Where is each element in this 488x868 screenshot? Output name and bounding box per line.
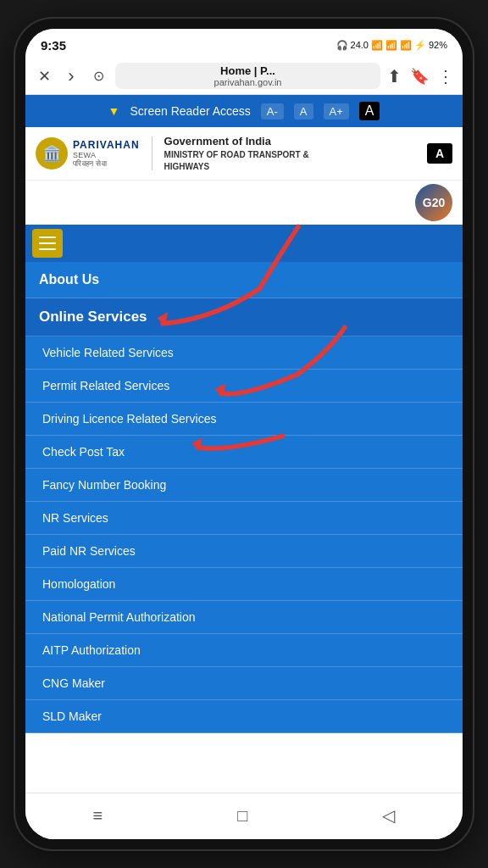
logo-sub2: परिवहन सेवा (73, 159, 140, 169)
menu-about-us[interactable]: About Us (25, 262, 463, 298)
logo-block: 🏛️ PARIVAHAN SEWA परिवहन सेवा (36, 137, 140, 170)
menu-item-fancy-number[interactable]: Fancy Number Booking (25, 469, 463, 502)
wifi-icon: 📶 (371, 40, 383, 51)
more-icon[interactable]: ⋮ (437, 66, 454, 86)
g20-badge: G20 (415, 184, 452, 221)
download-arrow-icon: ▼ (108, 104, 120, 118)
bottom-nav: ≡ □ ◁ (25, 793, 463, 839)
browser-url-box[interactable]: Home | P... parivahan.gov.in (115, 63, 380, 89)
signal-icon: 📶 (385, 40, 397, 51)
bottom-menu-button[interactable]: ≡ (80, 803, 117, 829)
browser-bar: ✕ › ⊙ Home | P... parivahan.gov.in ⬆ 🔖 ⋮ (25, 58, 463, 95)
browser-tabs-button[interactable]: ⊙ (88, 68, 108, 84)
hamburger-line-2 (39, 242, 56, 244)
vertical-divider (152, 136, 152, 170)
browser-url-domain: parivahan.gov.in (214, 77, 282, 87)
menu-item-sld-maker[interactable]: SLD Maker (25, 700, 463, 733)
site-header: 🏛️ PARIVAHAN SEWA परिवहन सेवा Government… (25, 127, 463, 181)
bookmark-icon[interactable]: 🔖 (410, 67, 429, 86)
site-content: ▼ Screen Reader Access A- A A+ A 🏛️ PARI… (25, 95, 463, 793)
signal-icon2: 📶 (400, 40, 412, 51)
menu-item-aitp[interactable]: AITP Authorization (25, 634, 463, 667)
font-plus-button[interactable]: A+ (324, 103, 349, 120)
hamburger-line-1 (39, 236, 56, 238)
menu-online-services[interactable]: Online Services (25, 298, 463, 337)
screen-reader-bar: ▼ Screen Reader Access A- A A+ A (25, 95, 463, 127)
menu-item-cng-maker[interactable]: CNG Maker (25, 667, 463, 700)
share-icon[interactable]: ⬆ (387, 66, 402, 86)
browser-url-title: Home | P... (220, 64, 275, 77)
browser-close-button[interactable]: ✕ (34, 67, 54, 86)
font-minus-button[interactable]: A- (261, 103, 284, 120)
browser-forward-button[interactable]: › (61, 65, 81, 87)
bottom-home-button[interactable]: □ (224, 803, 261, 829)
govt-line2: MINISTRY OF ROAD TRANSPORT & (164, 149, 309, 161)
logo-title: PARIVAHAN (73, 139, 140, 151)
g20-logo: G20 (415, 184, 452, 221)
menu-item-national-permit[interactable]: National Permit Authorization (25, 601, 463, 634)
status-bar: 9:35 🎧 24.0 📶 📶 📶 ⚡ 92% (25, 29, 463, 58)
emblem-icon: 🏛️ (36, 137, 68, 170)
hamburger-button[interactable] (32, 229, 63, 258)
logo-subtitle: SEWA (73, 151, 140, 159)
font-large-button[interactable]: A (359, 102, 380, 120)
hamburger-line-3 (39, 248, 56, 250)
logo-text: PARIVAHAN SEWA परिवहन सेवा (73, 139, 140, 169)
bottom-back-button[interactable]: ◁ (369, 802, 408, 829)
menu-item-permit-services[interactable]: Permit Related Services (25, 370, 463, 403)
menu-item-driving-licence[interactable]: Driving Licence Related Services (25, 403, 463, 436)
menu-item-vehicle-services[interactable]: Vehicle Related Services (25, 337, 463, 370)
font-normal-button[interactable]: A (294, 103, 313, 120)
status-icons: 🎧 24.0 📶 📶 📶 ⚡ 92% (336, 40, 447, 51)
govt-text-block: Government of India MINISTRY OF ROAD TRA… (164, 134, 309, 173)
wifi-speed: 24.0 (351, 40, 369, 50)
menu-item-nr-services[interactable]: NR Services (25, 502, 463, 535)
lightning-icon: ⚡ (414, 40, 426, 51)
a-accessibility-box[interactable]: A (427, 143, 452, 164)
govt-line3: HIGHWAYS (164, 161, 309, 173)
menu-item-paid-nr[interactable]: Paid NR Services (25, 535, 463, 568)
browser-actions: ⬆ 🔖 ⋮ (387, 66, 454, 86)
screen-reader-label: Screen Reader Access (130, 104, 250, 118)
nav-bar (25, 225, 463, 262)
g20-area: G20 (25, 181, 463, 225)
menu-item-homologation[interactable]: Homologation (25, 568, 463, 601)
bluetooth-icon: 🎧 (336, 40, 348, 51)
status-time: 9:35 (41, 38, 66, 53)
govt-line1: Government of India (164, 134, 309, 149)
battery-pct: 92% (429, 40, 447, 50)
menu-item-check-post-tax[interactable]: Check Post Tax (25, 436, 463, 469)
dropdown-menu: About Us Online Services Vehicle Related… (25, 262, 463, 733)
